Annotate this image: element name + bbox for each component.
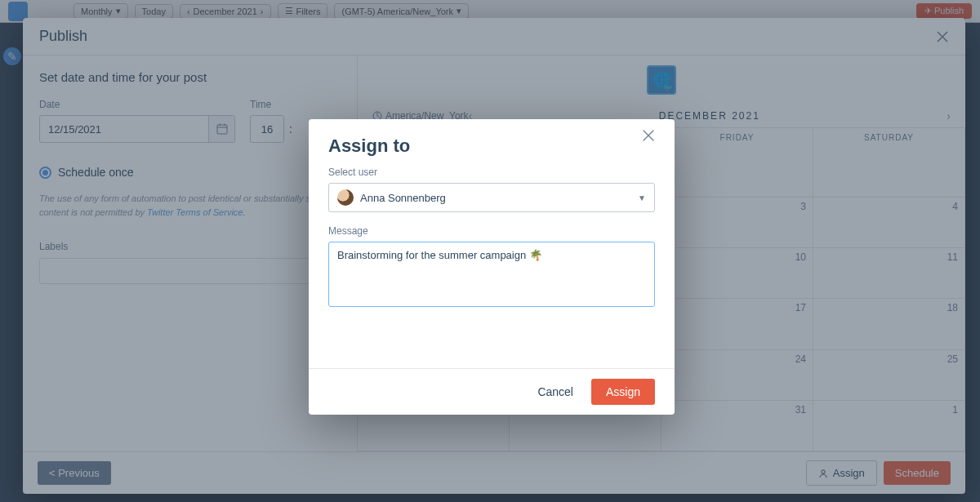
close-icon[interactable] — [642, 129, 655, 142]
avatar — [337, 189, 354, 206]
message-input[interactable] — [328, 242, 655, 307]
assign-modal: Assign to Select user Anna Sonnenberg ▼ … — [309, 119, 675, 415]
message-label: Message — [328, 225, 655, 237]
assign-button[interactable]: Assign — [591, 379, 655, 405]
select-user-label: Select user — [328, 167, 655, 178]
assign-title: Assign to — [328, 135, 410, 157]
chevron-down-icon: ▼ — [638, 193, 646, 202]
user-select[interactable]: Anna Sonnenberg ▼ — [328, 183, 655, 212]
cancel-button[interactable]: Cancel — [528, 379, 583, 405]
selected-user-name: Anna Sonnenberg — [360, 192, 631, 204]
